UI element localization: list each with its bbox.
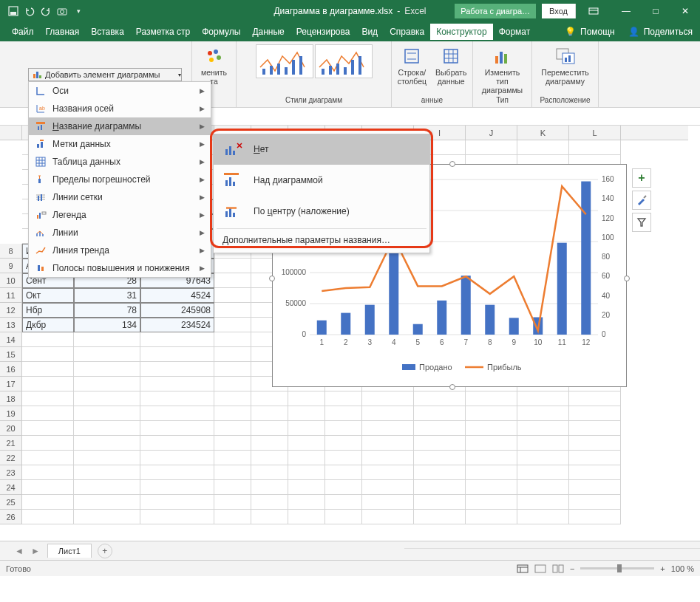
cell-C21[interactable]: [140, 436, 214, 451]
cell-H21[interactable]: [362, 436, 414, 451]
cell-H20[interactable]: [362, 421, 414, 436]
cell-L19[interactable]: [569, 406, 621, 421]
select-all-corner[interactable]: [0, 126, 22, 140]
col-header-K[interactable]: K: [517, 126, 569, 140]
cell-J18[interactable]: [466, 391, 517, 406]
cell-A23[interactable]: [22, 465, 74, 480]
cell-J19[interactable]: [466, 406, 517, 421]
move-chart-button[interactable]: Переместить диаграмму: [537, 44, 594, 87]
cell-F26[interactable]: [288, 510, 325, 524]
cell-A13[interactable]: Дкбр: [22, 318, 74, 332]
dropdown-item-axis-titles[interactable]: abНазвания осей▶: [29, 100, 211, 117]
dropdown-item-chart-title[interactable]: Название диаграммы▶: [29, 117, 211, 135]
cell-E22[interactable]: [251, 451, 288, 465]
chart-plus-button[interactable]: +: [632, 168, 651, 188]
row-header-12[interactable]: 12: [0, 303, 22, 318]
row-header-21[interactable]: 21: [0, 436, 22, 451]
select-data-button[interactable]: Выбрать данные: [432, 44, 469, 87]
close-icon[interactable]: ✕: [670, 0, 700, 22]
cell-B13[interactable]: 134: [74, 318, 140, 332]
row-header-18[interactable]: 18: [0, 391, 22, 406]
cell-B24[interactable]: [74, 480, 140, 495]
cell-H25[interactable]: [362, 495, 414, 510]
tab-formulas[interactable]: Формулы: [196, 24, 246, 40]
cell-B23[interactable]: [74, 465, 140, 480]
cell-B21[interactable]: [74, 436, 140, 451]
dropdown-item-data-table[interactable]: Таблица данных▶: [29, 153, 211, 171]
cell-A16[interactable]: [22, 362, 74, 377]
cell-G25[interactable]: [325, 495, 362, 510]
cell-K22[interactable]: [517, 451, 569, 465]
view-normal-icon[interactable]: [517, 564, 529, 573]
row-header-20[interactable]: 20: [0, 421, 22, 436]
submenu-item-0[interactable]: Нет: [214, 134, 429, 165]
cell-D14[interactable]: [214, 332, 251, 347]
cell-E20[interactable]: [251, 421, 288, 436]
share-button[interactable]: Поделиться: [644, 27, 693, 37]
cell-A25[interactable]: [22, 495, 74, 510]
cell-I20[interactable]: [414, 421, 466, 436]
cell-I26[interactable]: [414, 510, 466, 524]
cell-E21[interactable]: [251, 436, 288, 451]
zoom-in-button[interactable]: +: [660, 564, 665, 573]
cell-G22[interactable]: [325, 451, 362, 465]
cell-H26[interactable]: [362, 510, 414, 524]
view-pagebreak-icon[interactable]: [552, 564, 564, 573]
tab-insert[interactable]: Вставка: [85, 24, 130, 40]
cell-K26[interactable]: [517, 510, 569, 524]
cell-K23[interactable]: [517, 465, 569, 480]
cell-L26[interactable]: [569, 510, 621, 524]
cell-D25[interactable]: [214, 495, 251, 510]
cell-F19[interactable]: [288, 406, 325, 421]
row-header-8[interactable]: 8: [0, 244, 22, 259]
sheet-nav-next[interactable]: ►: [31, 546, 40, 556]
cell-D18[interactable]: [214, 391, 251, 406]
qat-dropdown-icon[interactable]: ▾: [71, 4, 86, 18]
cell-L25[interactable]: [569, 495, 621, 510]
tell-me[interactable]: Помощн: [580, 27, 615, 37]
tab-layout[interactable]: Разметка стр: [130, 24, 196, 40]
cell-C23[interactable]: [140, 465, 214, 480]
zoom-out-button[interactable]: −: [570, 564, 574, 573]
switch-row-col-button[interactable]: Строка/ столбец: [395, 44, 429, 87]
cell-C13[interactable]: 234524: [140, 318, 214, 332]
cell-K21[interactable]: [517, 436, 569, 451]
cell-C26[interactable]: [140, 510, 214, 524]
cell-F24[interactable]: [288, 480, 325, 495]
dropdown-item-axes[interactable]: Оси▶: [29, 82, 211, 100]
cell-E25[interactable]: [251, 495, 288, 510]
cell-J25[interactable]: [466, 495, 517, 510]
chart-style-2[interactable]: [315, 44, 373, 78]
cell-D20[interactable]: [214, 421, 251, 436]
cell-F23[interactable]: [288, 465, 325, 480]
cell-A18[interactable]: [22, 391, 74, 406]
cell-J26[interactable]: [466, 510, 517, 524]
cell-A15[interactable]: [22, 347, 74, 362]
cell-C14[interactable]: [140, 332, 214, 347]
dropdown-item-error-bars[interactable]: Пределы погрешностей▶: [29, 171, 211, 188]
cell-G24[interactable]: [325, 480, 362, 495]
cell-F25[interactable]: [288, 495, 325, 510]
cell-D26[interactable]: [214, 510, 251, 524]
cell-L18[interactable]: [569, 391, 621, 406]
chart-filter-button[interactable]: [632, 213, 651, 232]
cell-H18[interactable]: [362, 391, 414, 406]
cell-D21[interactable]: [214, 436, 251, 451]
sheet-tab-active[interactable]: Лист1: [47, 544, 92, 558]
cell-D10[interactable]: [214, 273, 251, 288]
cell-C17[interactable]: [140, 377, 214, 391]
resize-handle[interactable]: [449, 384, 455, 390]
cell-B25[interactable]: [74, 495, 140, 510]
cell-C12[interactable]: 245908: [140, 303, 214, 318]
cell-J20[interactable]: [466, 421, 517, 436]
cell-C15[interactable]: [140, 347, 214, 362]
row-header-9[interactable]: 9: [0, 259, 22, 273]
cell-B26[interactable]: [74, 510, 140, 524]
cell-I25[interactable]: [414, 495, 466, 510]
dropdown-item-data-labels[interactable]: Метки данных▶: [29, 135, 211, 153]
cell-B22[interactable]: [74, 451, 140, 465]
cell-K19[interactable]: [517, 406, 569, 421]
cell-H23[interactable]: [362, 465, 414, 480]
cell-K20[interactable]: [517, 421, 569, 436]
row-header-17[interactable]: 17: [0, 377, 22, 391]
